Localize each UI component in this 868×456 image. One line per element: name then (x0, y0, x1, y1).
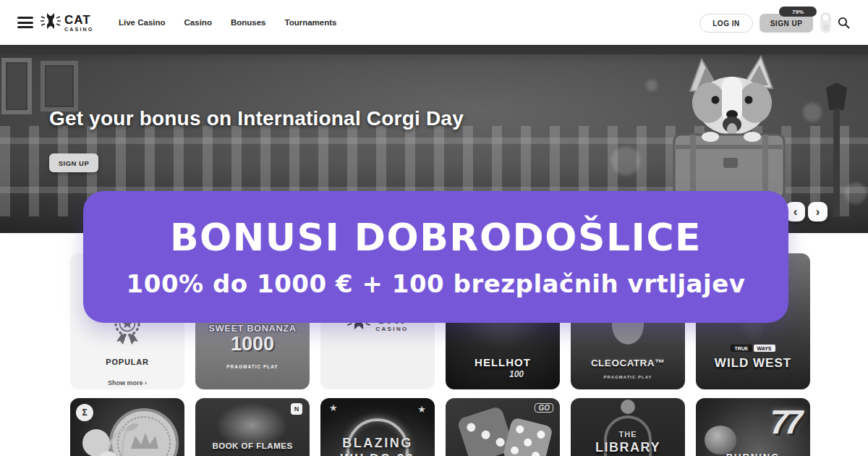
promo-title: BONUSI DOBRODOŠLICE (170, 216, 702, 259)
provider-n-badge: N (291, 403, 302, 415)
nav-tournaments[interactable]: Tournaments (283, 15, 338, 30)
game-tile-book-of-flames[interactable]: N BOOK OF FLAMES (195, 398, 310, 456)
true-ways-badge: TRUE WAYS (696, 345, 810, 352)
brand-subtitle: CASINO (375, 326, 409, 332)
barrel-art (705, 426, 736, 455)
star-icon: ★ (329, 402, 338, 413)
nav-bonuses[interactable]: Bonuses (229, 15, 268, 30)
carousel-prev-button[interactable]: ‹ (786, 202, 805, 221)
logo-title: CAT (64, 14, 93, 26)
popular-label: POPULAR (106, 358, 148, 366)
provider-label: PRAGMATIC PLAY (571, 375, 685, 379)
page: CAT CASINO Live Casino Casino Bonuses To… (0, 0, 868, 456)
provider-go-badge: GO (535, 403, 553, 413)
corgi-illustration (624, 49, 804, 205)
carousel-next-button[interactable]: › (808, 202, 827, 221)
show-more-link[interactable]: Show more › (108, 379, 147, 387)
game-title: BURNING (696, 452, 810, 456)
header: CAT CASINO Live Casino Casino Bonuses To… (0, 0, 868, 45)
main-nav: Live Casino Casino Bonuses Tournaments (117, 0, 338, 45)
game-title: CLEOCATRA™ (571, 358, 685, 368)
game-title: BLAZING (320, 436, 435, 451)
star-icon: ★ (417, 404, 426, 415)
login-button[interactable]: LOG IN (699, 14, 753, 33)
sevens-numerals: 77 (770, 402, 799, 442)
logo[interactable]: CAT CASINO (41, 9, 93, 35)
provider-label: PRAGMATIC PLAY (226, 364, 278, 369)
hero-window (1, 58, 32, 114)
game-title: WILD WEST (696, 356, 810, 371)
lamp-post (826, 83, 847, 110)
hero-signup-button[interactable]: SIGN UP (49, 153, 98, 172)
game-title-the: THE (571, 430, 685, 439)
welcome-bonus-banner[interactable]: BONUSI DOBRODOŠLICE 100% do 1000 € + 100… (83, 191, 788, 323)
game-title: SWEET BONANZA (208, 323, 296, 334)
game-value: 1000 (231, 334, 274, 354)
search-icon[interactable] (838, 17, 850, 29)
game-title-line2: WILDS 20 (320, 452, 435, 456)
silhouette-art (621, 400, 635, 414)
theme-toggle[interactable] (820, 12, 831, 33)
hero-window (41, 61, 78, 111)
nav-live-casino[interactable]: Live Casino (117, 15, 167, 30)
game-title: LIBRARY (571, 440, 685, 455)
game-tile-burning-sevens[interactable]: 77 BURNING (696, 398, 810, 456)
hamburger-menu-icon[interactable] (17, 17, 33, 28)
game-tile-the-library[interactable]: THE LIBRARY (571, 398, 685, 456)
nav-casino[interactable]: Casino (183, 15, 213, 30)
game-value: 100 (509, 369, 524, 379)
logo-subtitle: CASINO (64, 27, 93, 32)
hero-headline: Get your bonus on International Corgi Da… (49, 107, 464, 130)
provider-sigma-badge: Σ (76, 404, 93, 421)
promo-subtitle: 100% do 1000 € + 100 brezplačnih vrtljaj… (127, 269, 746, 298)
cat-logo-icon (41, 9, 61, 35)
game-tile-fruit-slot[interactable]: Σ (70, 398, 184, 456)
signup-percent-badge: 79% (779, 7, 817, 17)
game-title: BOOK OF FLAMES (195, 442, 310, 450)
game-tile-dice[interactable]: GO (446, 398, 560, 456)
game-title: HELLHOT (446, 356, 560, 368)
game-tile-blazing-wilds-20[interactable]: ★ ★ BLAZING WILDS 20 (320, 398, 435, 456)
